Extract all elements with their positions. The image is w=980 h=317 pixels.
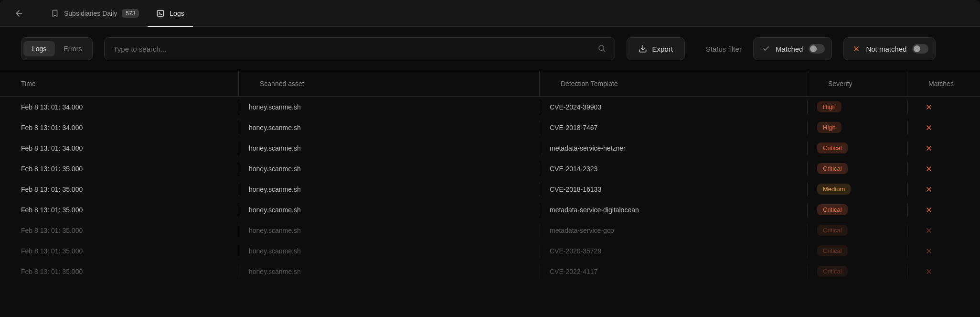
tab-count-badge: 573 (122, 9, 139, 18)
log-table: Time Scanned asset Detection Template Se… (0, 71, 980, 282)
table-row[interactable]: Feb 8 13: 01: 35.000honey.scanme.shmetad… (0, 220, 980, 240)
cell-severity: High (807, 100, 907, 114)
search-input[interactable] (113, 45, 597, 53)
col-matches: Matches (907, 71, 980, 96)
cell-template: CVE-2024-39903 (540, 100, 807, 114)
cell-template: metadata-service-digitalocean (540, 203, 807, 217)
check-icon (762, 45, 770, 53)
no-match-icon (925, 247, 933, 255)
table-row[interactable]: Feb 8 13: 01: 34.000honey.scanme.shCVE-2… (0, 97, 980, 117)
cell-time: Feb 8 13: 01: 34.000 (0, 100, 239, 114)
cell-matches (907, 121, 980, 134)
severity-badge: Critical (817, 142, 848, 153)
cell-matches (907, 265, 980, 278)
cell-asset: honey.scanme.sh (239, 244, 540, 258)
cell-template: metadata-service-gcp (540, 224, 807, 237)
col-time: Time (0, 71, 239, 96)
cell-asset: honey.scanme.sh (239, 224, 540, 237)
matched-toggle[interactable] (809, 44, 825, 54)
table-row[interactable]: Feb 8 13: 01: 35.000honey.scanme.shCVE-2… (0, 158, 980, 179)
cell-asset: honey.scanme.sh (239, 142, 540, 155)
export-button[interactable]: Export (627, 37, 684, 60)
svg-point-3 (599, 45, 604, 51)
table-row[interactable]: Feb 8 13: 01: 35.000honey.scanme.shCVE-2… (0, 179, 980, 199)
arrow-left-icon (14, 9, 24, 18)
table-row[interactable]: Feb 8 13: 01: 35.000honey.scanme.shCVE-2… (0, 261, 980, 282)
cell-matches (907, 183, 980, 196)
table-row[interactable]: Feb 8 13: 01: 35.000honey.scanme.shCVE-2… (0, 240, 980, 261)
tab-logs[interactable]: Logs (148, 0, 192, 26)
no-match-icon (925, 206, 933, 214)
search-box (104, 37, 615, 60)
segment-logs[interactable]: Logs (23, 41, 55, 56)
severity-badge: Critical (817, 245, 848, 256)
tab-subsidiaries[interactable]: Subsidiaries Daily 573 (42, 0, 148, 26)
severity-badge: High (817, 122, 842, 133)
cell-matches (907, 203, 980, 217)
matched-label: Matched (776, 45, 803, 53)
cell-asset: honey.scanme.sh (239, 100, 540, 114)
cell-matches (907, 224, 980, 237)
cell-asset: honey.scanme.sh (239, 162, 540, 175)
tab-label: Logs (170, 10, 184, 17)
cell-template: metadata-service-hetzner (540, 142, 807, 155)
download-icon (639, 44, 647, 53)
cell-time: Feb 8 13: 01: 34.000 (0, 121, 239, 134)
no-match-icon (925, 165, 933, 173)
no-match-icon (925, 268, 933, 275)
logs-errors-segmented: Logs Errors (21, 37, 93, 60)
severity-badge: Critical (817, 163, 848, 174)
cell-asset: honey.scanme.sh (239, 121, 540, 134)
severity-badge: Medium (817, 184, 851, 195)
cell-asset: honey.scanme.sh (239, 265, 540, 278)
no-match-icon (925, 103, 933, 111)
svg-line-4 (604, 50, 605, 51)
terminal-icon (156, 9, 165, 18)
not-matched-label: Not matched (866, 45, 906, 53)
not-matched-toggle[interactable] (912, 44, 928, 54)
cell-asset: honey.scanme.sh (239, 183, 540, 196)
toolbar: Logs Errors Export Status filter Matched (0, 27, 980, 71)
status-filter-label: Status filter (706, 45, 742, 53)
cell-time: Feb 8 13: 01: 35.000 (0, 224, 239, 237)
cell-matches (907, 100, 980, 114)
table-row[interactable]: Feb 8 13: 01: 34.000honey.scanme.shCVE-2… (0, 117, 980, 138)
filter-matched[interactable]: Matched (753, 37, 832, 60)
cell-matches (907, 244, 980, 258)
severity-badge: Critical (817, 225, 848, 236)
bookmark-icon (51, 9, 59, 18)
export-label: Export (652, 45, 672, 53)
severity-badge: Critical (817, 266, 848, 277)
no-match-icon (925, 227, 933, 234)
no-match-icon (925, 186, 933, 193)
tab-label: Subsidiaries Daily (64, 10, 117, 17)
col-asset: Scanned asset (239, 71, 540, 96)
col-template: Detection Template (540, 71, 807, 96)
topbar: Subsidiaries Daily 573 Logs (0, 0, 980, 27)
cell-template: CVE-2022-4117 (540, 265, 807, 278)
table-row[interactable]: Feb 8 13: 01: 35.000honey.scanme.shmetad… (0, 199, 980, 220)
cell-time: Feb 8 13: 01: 35.000 (0, 265, 239, 278)
table-row[interactable]: Feb 8 13: 01: 34.000honey.scanme.shmetad… (0, 138, 980, 158)
back-button[interactable] (11, 6, 27, 21)
cell-time: Feb 8 13: 01: 35.000 (0, 162, 239, 175)
segment-errors[interactable]: Errors (55, 41, 90, 56)
no-match-icon (925, 124, 933, 131)
cell-severity: Critical (807, 224, 907, 237)
cell-severity: Critical (807, 162, 907, 175)
cell-template: CVE-2020-35729 (540, 244, 807, 258)
severity-badge: High (817, 101, 842, 112)
cell-severity: Critical (807, 142, 907, 155)
cell-severity: Critical (807, 244, 907, 258)
filter-not-matched[interactable]: Not matched (843, 37, 936, 60)
cell-template: CVE-2018-7467 (540, 121, 807, 134)
cell-time: Feb 8 13: 01: 35.000 (0, 183, 239, 196)
cell-time: Feb 8 13: 01: 35.000 (0, 203, 239, 217)
cell-template: CVE-2018-16133 (540, 183, 807, 196)
cell-time: Feb 8 13: 01: 35.000 (0, 244, 239, 258)
no-match-icon (925, 144, 933, 152)
cell-severity: Critical (807, 265, 907, 278)
cell-matches (907, 142, 980, 155)
x-icon (852, 45, 860, 53)
cell-severity: High (807, 121, 907, 134)
